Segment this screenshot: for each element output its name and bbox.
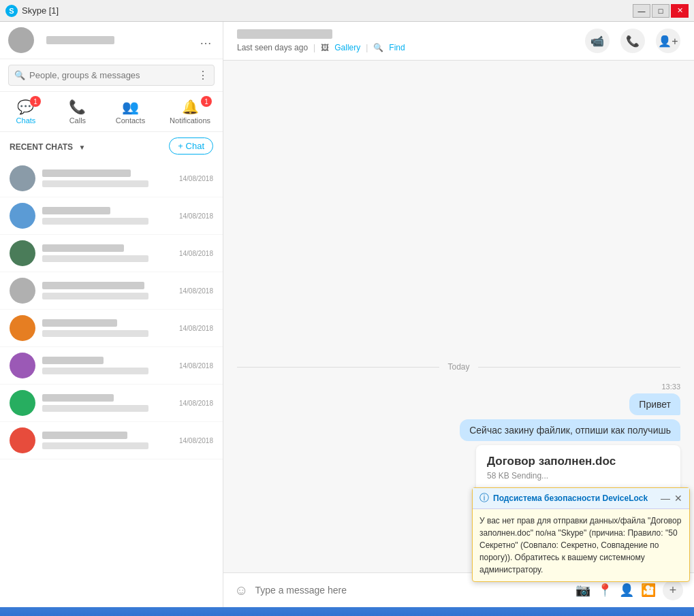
list-item[interactable]: 14/08/2018 <box>0 385 223 422</box>
chat-time: 14/08/2018 <box>179 212 213 220</box>
chat-preview <box>42 180 148 187</box>
contact-name <box>237 29 332 39</box>
devicelock-body: У вас нет прав для отправки данных/файла… <box>473 509 689 581</box>
message-bubble: Сейчас закину файлик, отпиши как получиш… <box>460 419 680 441</box>
spacer <box>237 74 680 351</box>
chat-info <box>42 282 175 299</box>
notifications-badge: 1 <box>201 96 212 107</box>
taskbar: RU 🔊 📡 <box>0 607 694 616</box>
audio-call-button[interactable]: 📞 <box>620 29 645 53</box>
list-item[interactable]: 14/08/2018 <box>0 272 223 310</box>
list-item[interactable]: 14/08/2018 <box>0 310 223 347</box>
chat-name <box>42 169 131 177</box>
contact-send-button[interactable]: 👤 <box>619 583 634 598</box>
chat-preview <box>42 330 148 337</box>
chat-time: 14/08/2018 <box>179 437 213 444</box>
chat-preview <box>42 255 148 262</box>
chat-time: 14/08/2018 <box>179 362 213 370</box>
minimize-button[interactable]: — <box>633 4 650 18</box>
separator2: | <box>366 43 368 52</box>
devicelock-title: Подсистема безопасности DeviceLock <box>493 493 648 503</box>
date-text: Today <box>447 362 469 372</box>
window-controls: — □ ✕ <box>633 4 689 18</box>
sidebar: … 🔍 ⋮ 1 💬 Chats 📞 Calls 👥 Contacts <box>0 22 223 607</box>
list-item[interactable]: 14/08/2018 <box>0 422 223 459</box>
video-call-button[interactable]: 📹 <box>585 29 610 53</box>
nav-chats[interactable]: 1 💬 Chats <box>5 95 46 129</box>
list-item[interactable]: 14/08/2018 <box>0 197 223 235</box>
message-bubble: Привет <box>629 393 680 415</box>
chat-preview <box>42 368 148 374</box>
chat-time: 14/08/2018 <box>179 250 213 257</box>
chat-list: 14/08/2018 14/08/2018 14/08/2018 <box>0 160 223 607</box>
sidebar-header: … <box>0 22 223 59</box>
location-button[interactable]: 📍 <box>597 583 612 598</box>
chat-header-actions: 📹 📞 👤+ <box>585 29 680 53</box>
list-item[interactable]: 14/08/2018 <box>0 347 223 385</box>
app-title: Skype [1] <box>22 5 59 16</box>
nav-notifications[interactable]: 1 🔔 Notifications <box>163 95 217 129</box>
chat-info <box>42 432 175 449</box>
devicelock-header: ⓘ Подсистема безопасности DeviceLock — ✕ <box>473 488 689 509</box>
search-icon: 🔍 <box>14 70 25 80</box>
devicelock-header-left: ⓘ Подсистема безопасности DeviceLock <box>479 492 648 504</box>
gallery-label[interactable]: Gallery <box>334 43 360 52</box>
close-button[interactable]: ✕ <box>671 4 689 18</box>
profile-name <box>46 36 114 44</box>
profile-section[interactable] <box>8 27 114 53</box>
nav-contacts[interactable]: 👥 Contacts <box>109 95 152 129</box>
recent-chats-header: RECENT CHATS ▼ + Chat <box>0 132 223 160</box>
last-seen-text: Last seen days ago <box>237 43 308 52</box>
find-icon: 🔍 <box>373 43 383 52</box>
chat-time: 14/08/2018 <box>179 175 213 182</box>
info-icon: ⓘ <box>479 492 489 504</box>
contacts-label: Contacts <box>116 116 145 125</box>
emoji-button[interactable]: ☺ <box>234 583 248 598</box>
add-participant-button[interactable]: 👤+ <box>656 29 680 53</box>
new-chat-label: + Chat <box>178 141 204 151</box>
chat-name <box>42 244 124 252</box>
nav-calls[interactable]: 📞 Calls <box>57 95 98 129</box>
recent-label: RECENT CHATS <box>10 142 73 152</box>
chat-preview <box>42 405 148 412</box>
chat-header-info: Last seen days ago | 🖼 Gallery | 🔍 Find <box>237 29 405 52</box>
chat-time: 14/08/2018 <box>179 287 213 295</box>
input-actions: 📷 📍 👤 🎦 <box>575 583 656 598</box>
avatar <box>10 203 35 229</box>
more-actions-button[interactable]: + <box>663 580 683 600</box>
recent-chats-title: RECENT CHATS ▼ <box>10 140 85 152</box>
date-divider: Today <box>237 362 680 372</box>
chat-time: 14/08/2018 <box>179 400 213 407</box>
chat-name <box>42 432 127 439</box>
new-chat-button[interactable]: + Chat <box>169 137 213 155</box>
find-label[interactable]: Find <box>389 43 405 52</box>
chats-badge: 1 <box>30 96 41 107</box>
close-notification-button[interactable]: ✕ <box>674 493 682 504</box>
search-input[interactable] <box>29 70 193 80</box>
list-item[interactable]: 14/08/2018 <box>0 235 223 272</box>
sidebar-nav: 1 💬 Chats 📞 Calls 👥 Contacts 1 🔔 Notific… <box>0 92 223 132</box>
list-item[interactable]: 14/08/2018 <box>0 160 223 197</box>
chat-info <box>42 319 175 337</box>
maximize-button[interactable]: □ <box>652 4 669 18</box>
titlebar-left: S Skype [1] <box>5 5 59 17</box>
recent-arrow-icon: ▼ <box>79 144 86 151</box>
chat-time: 14/08/2018 <box>179 325 213 332</box>
devicelock-controls: — ✕ <box>661 493 682 504</box>
video-message-button[interactable]: 🎦 <box>641 583 656 598</box>
chat-header: Last seen days ago | 🖼 Gallery | 🔍 Find … <box>223 22 694 61</box>
chat-preview <box>42 218 148 225</box>
avatar <box>10 165 35 191</box>
avatar <box>10 315 35 341</box>
apps-icon[interactable]: ⋮ <box>198 69 208 82</box>
chat-name <box>42 357 104 364</box>
more-options-button[interactable]: … <box>197 31 215 50</box>
message-input[interactable] <box>255 585 569 596</box>
avatar <box>10 427 35 453</box>
chat-info <box>42 394 175 412</box>
image-send-button[interactable]: 📷 <box>575 583 590 598</box>
minimize-notification-button[interactable]: — <box>661 493 670 504</box>
divider-line-left <box>237 367 439 368</box>
chat-name <box>42 282 144 289</box>
chat-name <box>42 394 114 402</box>
